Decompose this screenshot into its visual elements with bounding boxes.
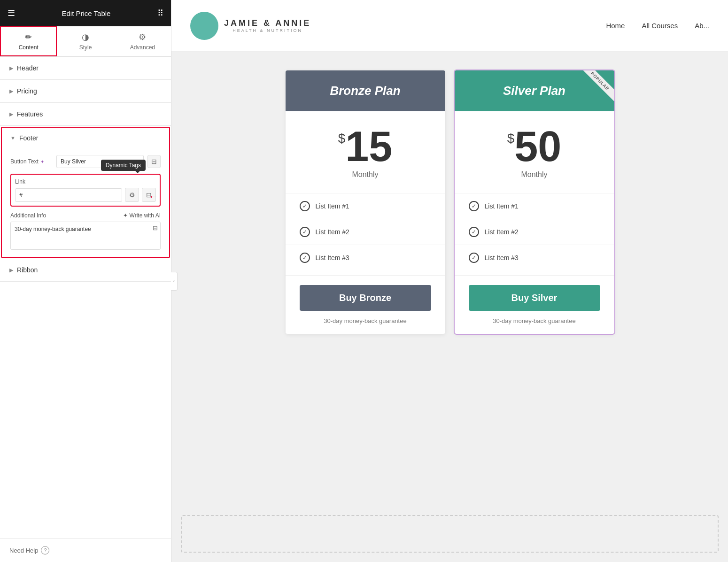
logo-text-block: JAMIE & ANNIE HEALTH & NUTRITION [224, 18, 311, 33]
section-header-ribbon[interactable]: ▶ Ribbon [0, 259, 171, 282]
bronze-features-list: ✓ List Item #1 ✓ List Item #2 ✓ List Ite… [286, 188, 445, 275]
button-text-db-icon[interactable]: ⊟ [147, 155, 161, 168]
section-header-header[interactable]: ▶ Header [0, 57, 171, 80]
popular-badge-container: POPULAR [572, 70, 614, 113]
logo-sub: HEALTH & NUTRITION [232, 28, 302, 33]
silver-feature-1: List Item #1 [485, 202, 519, 210]
nav-home[interactable]: Home [606, 22, 625, 30]
button-text-label: Button Text ✦ [10, 158, 53, 165]
additional-info-container: 30-day money-back guarantee ⊟ [10, 222, 161, 252]
footer-label: Footer [19, 134, 38, 142]
check-icon-3: ✓ [300, 253, 310, 263]
collapse-handle[interactable]: ‹ [171, 272, 178, 291]
advanced-icon: ⚙ [139, 32, 146, 42]
bronze-card-footer: Buy Bronze 30-day money-back guarantee [286, 275, 445, 334]
panel-header: ☰ Edit Price Table ⠿ [0, 0, 171, 26]
silver-check-icon-3: ✓ [469, 253, 479, 263]
need-help-section: Need Help ? [0, 538, 171, 562]
content-icon: ✏ [25, 32, 32, 42]
need-help-text: Need Help [9, 547, 38, 554]
buy-silver-button[interactable]: Buy Silver [469, 285, 600, 311]
silver-guarantee-text: 30-day money-back guarantee [469, 317, 600, 324]
textarea-db-icon[interactable]: ⊟ [153, 224, 158, 231]
link-gear-button[interactable]: ⚙ [125, 188, 139, 202]
silver-price-amount: $ 50 [464, 125, 605, 168]
tab-advanced[interactable]: ⚙ Advanced [114, 26, 171, 56]
link-field-container: Link Dynamic Tags ⚙ ⊟ ← [10, 174, 161, 207]
bronze-price-amount: $ 15 [295, 125, 436, 168]
silver-feature-2: List Item #2 [485, 228, 519, 236]
check-icon-2: ✓ [300, 227, 310, 237]
list-item: ✓ List Item #2 [455, 219, 614, 245]
silver-price-dollar: $ [507, 131, 515, 146]
silver-price-period: Monthly [464, 170, 605, 179]
features-label: Features [17, 110, 43, 118]
silver-feature-3: List Item #3 [485, 254, 519, 262]
site-nav: JAMIE & ANNIE HEALTH & NUTRITION Home Al… [171, 0, 728, 52]
check-icon-1: ✓ [300, 201, 310, 211]
nav-links: Home All Courses Ab... [606, 22, 709, 30]
bottom-dashed-area [181, 515, 719, 553]
bronze-card: Bronze Plan $ 15 Monthly ✓ List Item #1 … [286, 70, 445, 334]
bronze-guarantee-text: 30-day money-back guarantee [300, 317, 431, 324]
silver-check-icon-1: ✓ [469, 201, 479, 211]
tab-style[interactable]: ◑ Style [57, 26, 114, 56]
ribbon-label: Ribbon [17, 266, 38, 274]
nav-courses[interactable]: All Courses [642, 22, 678, 30]
additional-info-textarea[interactable]: 30-day money-back guarantee [10, 222, 161, 250]
tabs-row: ✏ Content ◑ Style ⚙ Advanced [0, 26, 171, 57]
left-panel: ☰ Edit Price Table ⠿ ✏ Content ◑ Style ⚙… [0, 0, 171, 562]
tab-content[interactable]: ✏ Content [0, 26, 57, 56]
bronze-card-header: Bronze Plan [286, 70, 445, 111]
style-icon: ◑ [82, 32, 89, 42]
link-input[interactable] [15, 188, 122, 202]
bronze-feature-2: List Item #2 [316, 228, 349, 236]
tab-style-label: Style [79, 44, 92, 51]
pricing-arrow: ▶ [9, 88, 13, 94]
bronze-price-section: $ 15 Monthly [286, 111, 445, 188]
section-header-footer[interactable]: ▼ Footer [1, 127, 170, 149]
buy-bronze-button[interactable]: Buy Bronze [300, 285, 431, 311]
section-list: ▶ Header ▶ Pricing ▶ Features ▼ Footer [0, 57, 171, 538]
silver-features-list: ✓ List Item #1 ✓ List Item #2 ✓ List Ite… [455, 188, 614, 275]
silver-card-header: Silver Plan POPULAR [455, 70, 614, 111]
ai-sparkle-icon: ✦ [40, 159, 44, 164]
cards-area: Bronze Plan $ 15 Monthly ✓ List Item #1 … [171, 52, 728, 515]
logo-circle [190, 12, 218, 40]
silver-price-number: 50 [514, 125, 561, 168]
additional-info-header-row: Additional Info ✦ Write with AI [10, 212, 161, 219]
write-ai-label: ✦ Write with AI [123, 212, 161, 219]
header-label: Header [17, 64, 39, 72]
footer-content: Button Text ✦ ⊟ Link Dynamic Tags ⚙ [1, 149, 170, 258]
link-input-row: ⚙ ⊟ [15, 188, 156, 202]
link-label: Link [15, 178, 156, 185]
tab-content-label: Content [19, 44, 39, 51]
silver-check-icon-2: ✓ [469, 227, 479, 237]
list-item: ✓ List Item #2 [286, 219, 445, 245]
grid-icon[interactable]: ⠿ [157, 8, 163, 18]
hamburger-icon[interactable]: ☰ [8, 8, 15, 18]
bronze-price-dollar: $ [338, 131, 346, 146]
list-item: ✓ List Item #3 [286, 245, 445, 270]
main-area: JAMIE & ANNIE HEALTH & NUTRITION Home Al… [171, 0, 728, 562]
features-arrow: ▶ [9, 111, 13, 117]
link-db-button[interactable]: ⊟ [142, 188, 156, 202]
bronze-feature-1: List Item #1 [316, 202, 349, 210]
additional-info-label: Additional Info [10, 212, 46, 219]
write-with-ai-button[interactable]: ✦ Write with AI [123, 212, 161, 219]
bronze-card-title: Bronze Plan [295, 84, 436, 98]
bronze-price-number: 15 [345, 125, 392, 168]
popular-ribbon: POPULAR [580, 70, 614, 101]
pricing-label: Pricing [17, 87, 37, 95]
collapse-icon: ‹ [173, 278, 175, 284]
list-item: ✓ List Item #1 [455, 193, 614, 219]
nav-about[interactable]: Ab... [695, 22, 709, 30]
site-logo-container: JAMIE & ANNIE HEALTH & NUTRITION [190, 12, 311, 40]
header-arrow: ▶ [9, 65, 13, 71]
tab-advanced-label: Advanced [130, 44, 155, 51]
section-header-features[interactable]: ▶ Features [0, 103, 171, 126]
section-header-pricing[interactable]: ▶ Pricing [0, 80, 171, 103]
help-icon[interactable]: ? [41, 546, 49, 554]
silver-price-section: $ 50 Monthly [455, 111, 614, 188]
footer-section-wrapper: ▼ Footer Button Text ✦ ⊟ Link [1, 127, 170, 258]
